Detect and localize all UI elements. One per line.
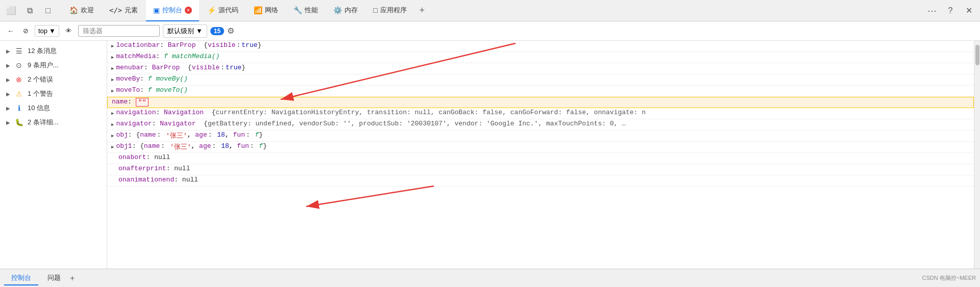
- context-selector[interactable]: top ▼: [35, 25, 59, 37]
- sidebar-users-label: 9 条用户...: [28, 61, 59, 70]
- expand-obj1-btn[interactable]: ▶: [111, 144, 114, 150]
- tab-console[interactable]: ▣ 控制台 ✕: [146, 0, 199, 21]
- expand-warnings-icon: ▶: [6, 91, 10, 97]
- add-tab-btn[interactable]: +: [415, 4, 429, 18]
- level-label: 默认级别: [167, 27, 194, 36]
- users-icon: ⊙: [14, 61, 23, 69]
- back-icon: ←: [7, 27, 14, 35]
- tab-network[interactable]: 📶 网络: [247, 0, 285, 21]
- sidebar: ▶ ☰ 12 条消息 ▶ ⊙ 9 条用户... ▶ ⊗ 2 个错误 ▶ ⚠ 1 …: [0, 41, 107, 269]
- bottom-console-label: 控制台: [11, 274, 31, 281]
- tab-sources[interactable]: ⚡ 源代码: [200, 0, 246, 21]
- messages-icon: ☰: [14, 47, 23, 55]
- sidebar-item-verbose[interactable]: ▶ 🐛 2 条详细...: [0, 115, 107, 129]
- application-icon: □: [373, 6, 377, 14]
- tab-welcome-label: 欢迎: [81, 6, 94, 15]
- level-dropdown-icon: ▼: [196, 27, 203, 35]
- sidebar-errors-label: 2 个错误: [28, 75, 53, 84]
- svg-line-3: [306, 186, 434, 206]
- scrollbar-thumb[interactable]: [975, 45, 979, 65]
- tab-right-controls: ⋯ ? ✕: [925, 4, 976, 18]
- device-toggle-btn[interactable]: ⬜: [4, 4, 18, 18]
- expand-moveby-btn[interactable]: ▶: [111, 77, 114, 83]
- memory-icon: ⚙️: [333, 6, 342, 14]
- table-row: ▶ navigator : Navigator { getBattery: un…: [107, 119, 974, 131]
- eye-btn[interactable]: 👁: [62, 25, 75, 37]
- more-tabs-btn[interactable]: ⋯: [925, 4, 939, 18]
- bottom-tab-bar: 控制台 问题 + CSDN 电脑控~MEER: [0, 269, 980, 287]
- console-icon: ▣: [153, 6, 160, 14]
- expand-moveto-btn[interactable]: ▶: [111, 88, 114, 94]
- tab-application-label: 应用程序: [380, 6, 407, 15]
- table-row-name: name : "": [107, 97, 974, 108]
- expand-navigation-btn[interactable]: ▶: [111, 111, 114, 116]
- sidebar-item-errors[interactable]: ▶ ⊗ 2 个错误: [0, 72, 107, 87]
- gear-icon: ⚙: [227, 27, 234, 35]
- expand-obj-btn[interactable]: ▶: [111, 133, 114, 139]
- tab-elements[interactable]: </> 元素: [102, 0, 145, 21]
- sidebar-warnings-label: 1 个警告: [28, 89, 53, 98]
- info-icon: ℹ: [14, 104, 23, 112]
- message-count-badge: 15: [210, 27, 224, 35]
- expand-errors-icon: ▶: [6, 77, 10, 83]
- sidebar-item-info[interactable]: ▶ ℹ 10 信息: [0, 101, 107, 115]
- bottom-issues-label: 问题: [47, 274, 61, 281]
- csdn-watermark: CSDN 电脑控~MEER: [922, 274, 976, 282]
- table-row: ▶ locationbar : BarProp { visible : true…: [107, 41, 974, 52]
- responsive-btn[interactable]: ⧉: [22, 4, 37, 18]
- network-icon: 📶: [254, 6, 262, 14]
- tab-welcome[interactable]: 🏠 欢迎: [62, 0, 101, 21]
- expand-navigator-btn[interactable]: ▶: [111, 122, 114, 127]
- help-btn[interactable]: ?: [943, 4, 958, 18]
- expand-verbose-icon: ▶: [6, 120, 10, 125]
- expand-menubar-btn[interactable]: ▶: [111, 66, 114, 71]
- table-row: ▶ menubar : BarProp { visible : true }: [107, 63, 974, 74]
- table-row: ▶ moveBy : f moveBy(): [107, 74, 974, 86]
- expand-locationbar-btn[interactable]: ▶: [111, 43, 114, 49]
- warning-icon: ⚠: [14, 90, 23, 98]
- filter-input[interactable]: [78, 25, 160, 37]
- sidebar-item-warnings[interactable]: ▶ ⚠ 1 个警告: [0, 87, 107, 101]
- table-row-onanimationend: onanimationend : null: [107, 175, 974, 187]
- table-row-onafterprint: onafterprint : null: [107, 164, 974, 175]
- expand-matchmedia-btn[interactable]: ▶: [111, 55, 114, 60]
- inspect-btn[interactable]: □: [41, 4, 55, 18]
- sidebar-messages-label: 12 条消息: [28, 46, 57, 56]
- table-row-obj1: ▶ obj1 : { name : '张三' , age : 18 , fun …: [107, 142, 974, 153]
- tab-memory[interactable]: ⚙️ 内存: [326, 0, 365, 21]
- home-icon: 🏠: [69, 6, 78, 14]
- sidebar-item-messages[interactable]: ▶ ☰ 12 条消息: [0, 44, 107, 58]
- tab-network-label: 网络: [265, 6, 278, 15]
- top-tab-bar: ⬜ ⧉ □ 🏠 欢迎 </> 元素 ▣ 控制台 ✕ ⚡ 源代码 📶 网络 🔧 性…: [0, 0, 980, 21]
- tab-elements-label: 元素: [125, 6, 138, 15]
- expand-messages-icon: ▶: [6, 48, 10, 54]
- console-toolbar: ← ⊘ top ▼ 👁 默认级别 ▼ 15 ⚙: [0, 21, 980, 41]
- close-devtools-btn[interactable]: ✕: [962, 4, 976, 18]
- expand-users-icon: ▶: [6, 63, 10, 68]
- back-btn[interactable]: ←: [4, 25, 17, 37]
- top-label: top: [38, 27, 47, 35]
- settings-gear-btn[interactable]: ⚙: [227, 26, 234, 36]
- clear-icon: ⊘: [23, 27, 29, 35]
- vertical-scrollbar[interactable]: [974, 41, 980, 269]
- table-row: ▶ matchMedia : f matchMedia(): [107, 52, 974, 63]
- console-error-badge: ✕: [185, 7, 192, 14]
- clear-btn[interactable]: ⊘: [20, 25, 32, 37]
- tab-application[interactable]: □ 应用程序: [366, 0, 413, 21]
- table-row-onabort: onabort : null: [107, 153, 974, 164]
- verbose-icon: 🐛: [14, 118, 23, 126]
- elements-icon: </>: [109, 6, 122, 14]
- table-row: ▶ moveTo : f moveTo(): [107, 86, 974, 97]
- bottom-tab-console[interactable]: 控制台: [4, 271, 38, 285]
- add-panel-btn[interactable]: +: [70, 274, 75, 283]
- main-area: ▶ ☰ 12 条消息 ▶ ⊙ 9 条用户... ▶ ⊗ 2 个错误 ▶ ⚠ 1 …: [0, 41, 980, 269]
- console-output[interactable]: ▶ locationbar : BarProp { visible : true…: [107, 41, 974, 269]
- table-row: ▶ navigation : Navigation { currentEntry…: [107, 108, 974, 119]
- table-row-obj: ▶ obj : { name : '张三' , age : 18 , fun :…: [107, 131, 974, 142]
- sidebar-item-users[interactable]: ▶ ⊙ 9 条用户...: [0, 58, 107, 72]
- bottom-tab-issues[interactable]: 问题: [40, 271, 68, 285]
- tab-performance[interactable]: 🔧 性能: [286, 0, 325, 21]
- performance-icon: 🔧: [293, 6, 302, 14]
- tab-sources-label: 源代码: [218, 6, 238, 15]
- log-level-selector[interactable]: 默认级别 ▼: [163, 24, 207, 38]
